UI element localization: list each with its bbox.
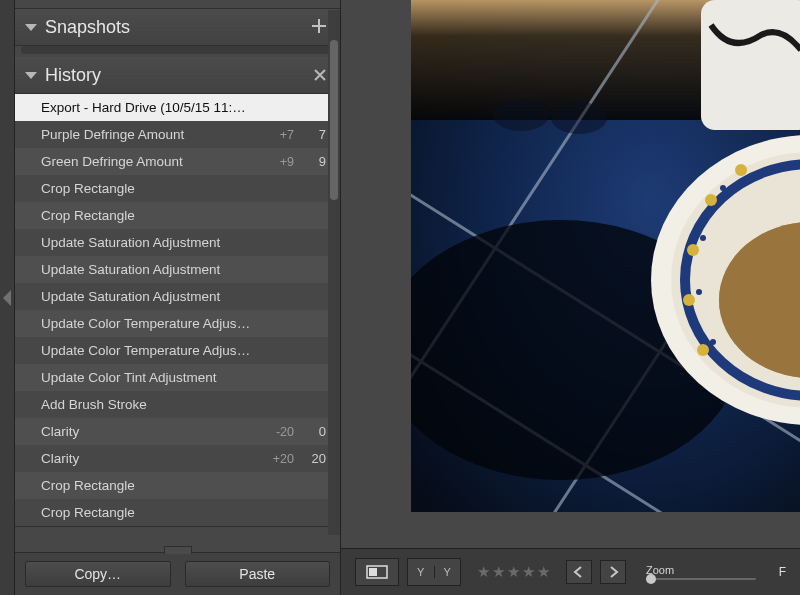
history-item-label: Update Color Temperature Adjustment <box>41 316 252 331</box>
history-title: History <box>45 65 310 86</box>
svg-point-22 <box>710 339 716 345</box>
after-view-icon: Y <box>435 566 461 578</box>
arrow-left-icon <box>573 566 585 578</box>
svg-point-19 <box>720 185 726 191</box>
clear-history-button[interactable] <box>310 65 330 86</box>
star-icon[interactable]: ★ <box>477 563 490 581</box>
history-item-label: Update Color Temperature Adjustment <box>41 343 252 358</box>
history-item[interactable]: Crop Rectangle <box>15 202 340 229</box>
history-item[interactable]: Crop Rectangle <box>15 526 340 527</box>
snapshots-title: Snapshots <box>45 17 308 38</box>
history-item[interactable]: Update Color Temperature Adjustment <box>15 337 340 364</box>
close-icon <box>314 69 326 81</box>
svg-point-21 <box>696 289 702 295</box>
svg-point-14 <box>705 194 717 206</box>
resize-grip[interactable] <box>164 546 192 554</box>
history-item-delta: +9 <box>252 155 294 169</box>
history-item-label: Add Brush Stroke <box>41 397 252 412</box>
history-item-label: Crop Rectangle <box>41 478 252 493</box>
history-item-label: Clarity <box>41 424 252 439</box>
snapshots-scrollbar[interactable] <box>21 46 334 54</box>
triangle-down-icon <box>25 21 37 33</box>
history-item[interactable]: Update Saturation Adjustment <box>15 283 340 310</box>
history-item[interactable]: Update Saturation Adjustment <box>15 229 340 256</box>
history-item-label: Crop Rectangle <box>41 181 252 196</box>
svg-point-15 <box>687 244 699 256</box>
history-item-delta: +7 <box>252 128 294 142</box>
triangle-down-icon <box>25 69 37 81</box>
rating-stars[interactable]: ★ ★ ★ ★ ★ <box>477 563 550 581</box>
panel-collapse-handle[interactable] <box>0 0 15 595</box>
left-panel: Snapshots History Export - Hard Drive (1… <box>15 0 341 595</box>
history-list: Export - Hard Drive (10/5/15 11:28:4…Pur… <box>15 94 340 527</box>
history-item[interactable]: Add Brush Stroke <box>15 391 340 418</box>
history-item[interactable]: Clarity+2020 <box>15 445 340 472</box>
history-item[interactable]: Update Color Tint Adjustment <box>15 364 340 391</box>
star-icon[interactable]: ★ <box>537 563 550 581</box>
history-item-label: Update Saturation Adjustment <box>41 262 252 277</box>
loupe-view-icon <box>366 565 388 579</box>
history-item[interactable]: Purple Defringe Amount+77 <box>15 121 340 148</box>
star-icon[interactable]: ★ <box>507 563 520 581</box>
snapshots-panel-header[interactable]: Snapshots <box>15 9 340 46</box>
image-preview-area[interactable] <box>341 0 800 548</box>
history-item-value: 7 <box>294 127 328 142</box>
history-item-label: Clarity <box>41 451 252 466</box>
zoom-control: Zoom <box>646 564 756 580</box>
history-panel-header[interactable]: History <box>15 57 340 94</box>
arrow-right-icon <box>607 566 619 578</box>
history-item[interactable]: Crop Rectangle <box>15 175 340 202</box>
history-item[interactable]: Update Color Temperature Adjustment <box>15 310 340 337</box>
history-item-value: 9 <box>294 154 328 169</box>
add-snapshot-button[interactable] <box>308 17 330 38</box>
history-item[interactable]: Crop Rectangle <box>15 499 340 526</box>
history-item-delta: +20 <box>252 452 294 466</box>
history-item-label: Crop Rectangle <box>41 208 252 223</box>
svg-marker-1 <box>25 24 37 31</box>
svg-point-16 <box>683 294 695 306</box>
svg-marker-0 <box>3 290 11 306</box>
zoom-slider-thumb[interactable] <box>646 574 656 584</box>
history-item-label: Purple Defringe Amount <box>41 127 252 142</box>
history-item-label: Update Saturation Adjustment <box>41 289 252 304</box>
next-photo-button[interactable] <box>600 560 626 584</box>
scrollbar-thumb[interactable] <box>330 40 338 200</box>
svg-point-20 <box>700 235 706 241</box>
svg-point-26 <box>551 102 607 134</box>
svg-point-18 <box>735 164 747 176</box>
history-item-label: Update Color Tint Adjustment <box>41 370 252 385</box>
svg-marker-2 <box>25 72 37 79</box>
zoom-slider[interactable] <box>646 578 756 580</box>
paste-button[interactable]: Paste <box>185 561 331 587</box>
copy-button[interactable]: Copy… <box>25 561 171 587</box>
history-item[interactable]: Green Defringe Amount+99 <box>15 148 340 175</box>
history-item-label: Crop Rectangle <box>41 505 252 520</box>
history-item[interactable]: Export - Hard Drive (10/5/15 11:28:4… <box>15 94 340 121</box>
panel-scrollbar[interactable] <box>328 10 340 535</box>
zoom-label: Zoom <box>646 564 756 576</box>
svg-rect-29 <box>369 568 377 576</box>
history-item-label: Update Saturation Adjustment <box>41 235 252 250</box>
svg-point-17 <box>697 344 709 356</box>
left-panel-footer: Copy… Paste <box>15 552 340 595</box>
history-item-delta: -20 <box>252 425 294 439</box>
history-item[interactable]: Clarity-200 <box>15 418 340 445</box>
history-item-label: Export - Hard Drive (10/5/15 11:28:4… <box>41 100 252 115</box>
history-item-value: 20 <box>294 451 328 466</box>
preview-image <box>411 0 800 512</box>
svg-point-25 <box>493 99 549 131</box>
before-view-icon: Y <box>408 566 435 578</box>
chevron-left-icon <box>3 290 11 306</box>
history-item[interactable]: Update Saturation Adjustment <box>15 256 340 283</box>
right-pane: Y Y ★ ★ ★ ★ ★ Zoom F <box>341 0 800 595</box>
view-mode-loupe[interactable] <box>355 558 399 586</box>
history-item[interactable]: Crop Rectangle <box>15 472 340 499</box>
view-mode-compare[interactable]: Y Y <box>407 558 461 586</box>
star-icon[interactable]: ★ <box>492 563 505 581</box>
star-icon[interactable]: ★ <box>522 563 535 581</box>
svg-rect-10 <box>701 0 800 130</box>
svg-rect-27 <box>545 112 557 117</box>
prev-photo-button[interactable] <box>566 560 592 584</box>
filter-label: F <box>779 565 786 579</box>
bottom-toolbar: Y Y ★ ★ ★ ★ ★ Zoom F <box>341 548 800 595</box>
